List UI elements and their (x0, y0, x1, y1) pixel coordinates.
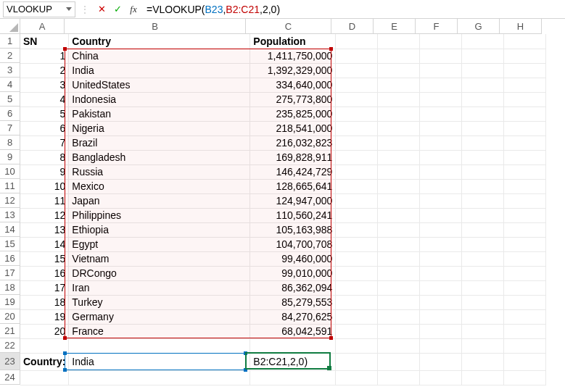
cell[interactable]: 16 (20, 266, 69, 280)
cell[interactable] (336, 164, 378, 179)
cell[interactable] (504, 295, 546, 309)
cell[interactable] (336, 295, 378, 309)
cell[interactable] (336, 121, 378, 135)
cell[interactable] (378, 150, 420, 164)
cell[interactable] (420, 338, 462, 353)
row-header-1[interactable]: 1 (0, 34, 20, 49)
cell[interactable] (420, 63, 462, 78)
cell[interactable] (462, 92, 504, 107)
cell[interactable]: 84,270,625 (250, 309, 336, 324)
cell[interactable]: Mexico (69, 179, 250, 193)
cell[interactable] (69, 370, 250, 385)
cell[interactable]: 1,411,750,000 (250, 49, 336, 63)
cell[interactable]: Brazil (69, 135, 250, 150)
cell[interactable] (462, 237, 504, 251)
cell[interactable] (420, 179, 462, 193)
cell[interactable]: Nigeria (69, 121, 250, 135)
cell[interactable] (462, 353, 504, 370)
cell[interactable] (336, 150, 378, 164)
cell[interactable] (462, 49, 504, 63)
cell[interactable] (336, 78, 378, 92)
cancel-button[interactable]: ✕ (94, 2, 109, 17)
cell[interactable] (420, 324, 462, 338)
cell[interactable]: 5 (20, 107, 69, 121)
cell[interactable] (462, 63, 504, 78)
row-header-19[interactable]: 19 (0, 295, 20, 309)
cell[interactable]: 20 (20, 324, 69, 338)
name-box[interactable]: VLOOKUP (3, 1, 75, 17)
cell[interactable]: 17 (20, 280, 69, 295)
cell[interactable]: 216,032,823 (250, 135, 336, 150)
cell[interactable] (462, 193, 504, 208)
col-header-H[interactable]: H (500, 19, 542, 34)
cell[interactable] (504, 164, 546, 179)
cell[interactable]: 18 (20, 295, 69, 309)
cell[interactable] (420, 193, 462, 208)
cell[interactable]: 235,825,000 (250, 107, 336, 121)
cell[interactable] (378, 208, 420, 222)
cell[interactable] (336, 251, 378, 266)
cell[interactable]: Egypt (69, 237, 250, 251)
row-header-18[interactable]: 18 (0, 280, 20, 295)
cell[interactable] (420, 150, 462, 164)
cell[interactable] (462, 338, 504, 353)
col-header-A[interactable]: A (20, 19, 65, 34)
cell[interactable] (378, 193, 420, 208)
cell[interactable]: 14 (20, 237, 69, 251)
cell[interactable] (420, 107, 462, 121)
cell[interactable] (336, 49, 378, 63)
cell[interactable] (69, 338, 250, 353)
cell[interactable] (336, 179, 378, 193)
col-header-C[interactable]: C (246, 19, 331, 34)
cell[interactable] (462, 34, 504, 49)
cell[interactable] (504, 237, 546, 251)
cell[interactable] (504, 92, 546, 107)
cell[interactable] (462, 135, 504, 150)
cell[interactable] (336, 34, 378, 49)
cell[interactable] (420, 251, 462, 266)
cell[interactable] (462, 107, 504, 121)
cell[interactable] (378, 338, 420, 353)
row-header-24[interactable]: 24 (0, 370, 20, 385)
cell[interactable]: Japan (69, 193, 250, 208)
chevron-down-icon[interactable] (66, 7, 72, 11)
cell[interactable] (462, 370, 504, 385)
cell[interactable]: 68,042,591 (250, 324, 336, 338)
cell[interactable] (420, 295, 462, 309)
cell[interactable] (504, 193, 546, 208)
cell[interactable]: Country: (20, 353, 69, 370)
cell[interactable]: 11 (20, 193, 69, 208)
cell[interactable] (504, 208, 546, 222)
cell[interactable] (462, 295, 504, 309)
cell[interactable]: Bangladesh (69, 150, 250, 164)
col-header-D[interactable]: D (331, 19, 374, 34)
cell[interactable] (462, 78, 504, 92)
cell[interactable] (336, 237, 378, 251)
cell[interactable] (336, 92, 378, 107)
cell[interactable]: Vietnam (69, 251, 250, 266)
cell[interactable] (504, 121, 546, 135)
cell[interactable] (420, 370, 462, 385)
cell[interactable] (378, 309, 420, 324)
cell[interactable] (420, 78, 462, 92)
cell[interactable] (504, 135, 546, 150)
cell[interactable] (504, 222, 546, 237)
cell[interactable] (420, 266, 462, 280)
cell[interactable]: 7 (20, 135, 69, 150)
cell[interactable] (504, 78, 546, 92)
cell[interactable] (504, 266, 546, 280)
row-header-16[interactable]: 16 (0, 251, 20, 266)
cell[interactable] (378, 370, 420, 385)
cell[interactable] (420, 222, 462, 237)
cell[interactable] (504, 150, 546, 164)
cell[interactable]: 275,773,800 (250, 92, 336, 107)
cell[interactable]: 110,560,241 (250, 208, 336, 222)
cell[interactable] (378, 107, 420, 121)
row-header-22[interactable]: 22 (0, 338, 20, 353)
cell[interactable]: 334,640,000 (250, 78, 336, 92)
cell[interactable] (420, 92, 462, 107)
cell[interactable] (504, 107, 546, 121)
cell[interactable] (378, 353, 420, 370)
cell[interactable] (504, 34, 546, 49)
cell[interactable] (504, 179, 546, 193)
